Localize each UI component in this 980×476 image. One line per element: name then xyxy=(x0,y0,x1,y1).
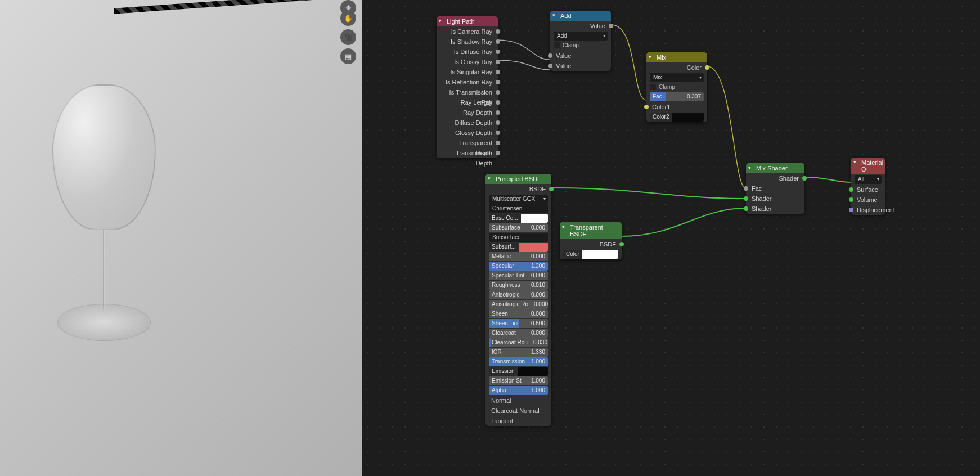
prop-metal[interactable]: Metallic0.000 xyxy=(489,252,548,261)
socket-value-in: Value xyxy=(550,51,611,61)
color-swatch[interactable]: Color xyxy=(563,250,618,259)
node-header[interactable]: Mix Shader xyxy=(746,163,804,173)
socket-glossy-depth: Glossy Depth xyxy=(437,128,498,138)
prop-spect[interactable]: Specular Tint0.000 xyxy=(489,271,548,280)
node-header[interactable]: Light Path xyxy=(437,16,498,26)
prop-trans[interactable]: Transmission1.000 xyxy=(489,357,548,366)
clamp-checkbox[interactable]: Clamp xyxy=(554,41,608,50)
prop-alpha[interactable]: Alpha1.000 xyxy=(489,386,548,395)
prop-spec[interactable]: Specular1.200 xyxy=(489,262,548,271)
socket-bsdf-out: BSDF xyxy=(485,184,551,194)
prop-nrm[interactable]: Normal xyxy=(485,396,551,406)
socket-is-reflection-ray: Is Reflection Ray xyxy=(437,77,498,87)
wine-glass-render xyxy=(39,84,169,349)
prop-ccr[interactable]: Clearcoat Rou0.030 xyxy=(489,338,548,347)
prop-ccn[interactable]: Clearcoat Normal xyxy=(485,406,551,416)
prop-tan[interactable]: Tangent xyxy=(485,416,551,426)
prop-subsurf[interactable]: Subsurface0.000 xyxy=(489,223,548,232)
socket-shader-out: Shader xyxy=(746,173,804,183)
pan-icon[interactable]: ✋ xyxy=(340,10,356,26)
node-light-path[interactable]: Light Path Is Camera RayIs Shadow RayIs … xyxy=(437,16,498,158)
prop-anisor[interactable]: Anisotropic Ro0.000 xyxy=(489,300,548,309)
socket-surface: Surface xyxy=(851,185,885,195)
prop-ior[interactable]: IOR1.330 xyxy=(489,348,548,357)
prop-base[interactable]: Base Co... xyxy=(489,214,548,223)
socket-is-singular-ray: Is Singular Ray xyxy=(437,67,498,77)
node-transparent-bsdf[interactable]: Transparent BSDF BSDF Color xyxy=(560,222,622,259)
prop-ssubc[interactable]: Subsurf... xyxy=(489,243,548,252)
socket-value-in: Value xyxy=(550,61,611,71)
transparency-checker xyxy=(114,0,350,14)
render-viewport[interactable]: ✥ ✋ 🎥 ▦ xyxy=(0,0,362,476)
socket-is-camera-ray: Is Camera Ray xyxy=(437,26,498,37)
socket-ray-length: Ray Length xyxy=(437,97,498,107)
socket-shader-in: Shader xyxy=(746,204,804,214)
socket-transmission-depth: Transmission Depth xyxy=(437,148,498,158)
socket-is-transmission-ray: Is Transmission Ray xyxy=(437,87,498,97)
socket-is-glossy-ray: Is Glossy Ray xyxy=(437,57,498,67)
node-mix-shader[interactable]: Mix Shader Shader Fac Shader Shader xyxy=(746,163,804,214)
color2-swatch[interactable]: Color2 xyxy=(650,113,704,122)
socket-shader-in: Shader xyxy=(746,194,804,204)
prop-sheen[interactable]: Sheen0.000 xyxy=(489,309,548,318)
socket-is-shadow-ray: Is Shadow Ray xyxy=(437,37,498,47)
node-header[interactable]: Mix xyxy=(646,52,707,62)
prop-rough[interactable]: Roughness0.010 xyxy=(489,281,548,290)
prop-ssrad[interactable]: Subsurface Radius xyxy=(489,233,548,242)
socket-fac: Fac xyxy=(746,183,804,194)
prop-emiss[interactable]: Emission St1.000 xyxy=(489,376,548,385)
sss-method-dropdown[interactable]: Christensen-Burley xyxy=(489,204,548,213)
target-dropdown[interactable]: All xyxy=(855,175,882,184)
socket-transparent-depth: Transparent Depth xyxy=(437,138,498,148)
prop-sheent[interactable]: Sheen Tint0.500 xyxy=(489,319,548,328)
socket-ray-depth: Ray Depth xyxy=(437,107,498,118)
mix-mode-dropdown[interactable]: Mix xyxy=(650,73,704,82)
fac-slider[interactable]: Fac0.307 xyxy=(650,92,704,101)
node-header[interactable]: Material O xyxy=(851,158,885,174)
prop-cc[interactable]: Clearcoat0.000 xyxy=(489,329,548,338)
node-header[interactable]: Add xyxy=(550,11,611,21)
socket-color1: Color1 xyxy=(646,102,707,112)
socket-is-diffuse-ray: Is Diffuse Ray xyxy=(437,47,498,57)
node-mix-rgb[interactable]: Mix Color Mix Clamp Fac0.307 Color1 Colo… xyxy=(646,52,707,122)
socket-color-out: Color xyxy=(646,62,707,73)
node-principled-bsdf[interactable]: Principled BSDF BSDF Multiscatter GGX Ch… xyxy=(485,174,551,426)
node-header[interactable]: Transparent BSDF xyxy=(560,222,622,239)
grid-icon[interactable]: ▦ xyxy=(340,48,356,64)
node-header[interactable]: Principled BSDF xyxy=(485,174,551,184)
prop-emis[interactable]: Emission xyxy=(489,367,548,376)
socket-volume: Volume xyxy=(851,195,885,205)
camera-icon[interactable]: 🎥 xyxy=(340,29,356,45)
distribution-dropdown[interactable]: Multiscatter GGX xyxy=(489,195,548,204)
socket-value-out: Value xyxy=(550,21,611,31)
prop-aniso[interactable]: Anisotropic0.000 xyxy=(489,290,548,299)
node-math-add[interactable]: Add Value Add Clamp Value Value xyxy=(550,11,611,71)
socket-diffuse-depth: Diffuse Depth xyxy=(437,118,498,128)
socket-displacement: Displacement xyxy=(851,205,885,215)
node-editor[interactable]: Light Path Is Camera RayIs Shadow RayIs … xyxy=(362,0,980,476)
clamp-checkbox[interactable]: Clamp xyxy=(650,83,704,92)
node-material-output[interactable]: Material O All Surface Volume Displaceme… xyxy=(851,158,885,215)
math-mode-dropdown[interactable]: Add xyxy=(554,32,608,41)
socket-bsdf-out: BSDF xyxy=(560,239,622,249)
